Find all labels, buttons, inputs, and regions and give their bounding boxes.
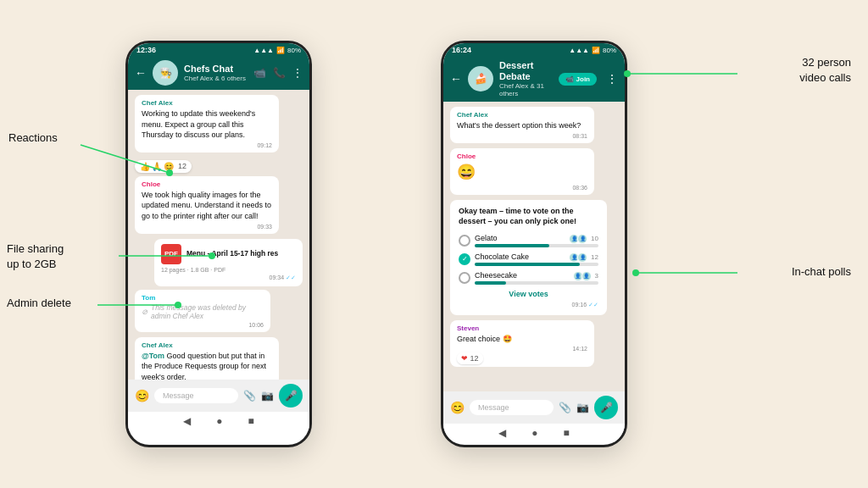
chat-sub-right: Chef Alex & 31 others: [499, 82, 553, 97]
square-nav-right[interactable]: ■: [564, 427, 570, 439]
poll-radio-chocolate[interactable]: [459, 253, 470, 265]
chat-name-left: Chefs Chat: [184, 64, 248, 75]
message-chef-alex: Chef Alex Working to update this weekend…: [135, 95, 279, 152]
header-info-left: Chefs Chat Chef Alex & 6 others: [184, 64, 248, 82]
poll-gelato-content: Gelato 👤 👤 10: [475, 234, 598, 247]
reactions-label: Reactions: [8, 131, 58, 144]
back-button-right[interactable]: ←: [450, 72, 462, 86]
file-message[interactable]: PDF Menu - April 15-17 high res 12 pages…: [154, 239, 303, 286]
heart-icon: ❤: [461, 354, 468, 363]
menu-icon-right[interactable]: ⋮: [606, 72, 618, 86]
input-bar-left: 😊 Message 📎 📷 🎤: [128, 380, 309, 412]
deleted-content: This message was deleted by admin Chef A…: [151, 303, 264, 320]
menu-icon[interactable]: ⋮: [292, 67, 303, 79]
home-nav-left[interactable]: ●: [216, 415, 222, 427]
in-chat-polls-label: In-chat polls: [792, 265, 851, 278]
poll-label-chocolate: Chocolate Cake: [475, 252, 529, 261]
sender-right-1: Chef Alex: [457, 111, 587, 119]
camera-icon-left[interactable]: 📷: [261, 390, 274, 402]
attach-icon-left[interactable]: 📎: [243, 390, 256, 402]
file-meta: 12 pages · 1.8 GB · PDF: [161, 267, 296, 273]
sender-chef-alex-2: Chef Alex: [142, 341, 272, 349]
message-input-right[interactable]: Message: [470, 400, 554, 415]
poll-radio-gelato[interactable]: [459, 235, 470, 247]
deleted-sender: Tom: [142, 294, 264, 302]
video-icon[interactable]: 📹: [253, 67, 266, 79]
message-right-1: Chef Alex What's the dessert option this…: [450, 107, 594, 143]
sender-steven: Steven: [457, 324, 587, 332]
call-icon[interactable]: 📞: [273, 67, 286, 79]
reaction-pray: 🙏: [152, 162, 162, 171]
back-nav-right[interactable]: ◀: [498, 427, 506, 439]
video-calls-text-2: video calls: [799, 70, 851, 86]
msg-text-steven: Great choice 🤩: [457, 334, 587, 345]
emoji-icon-right[interactable]: 😊: [450, 401, 465, 414]
join-button[interactable]: 📹 Join: [559, 73, 597, 86]
poll-option-gelato[interactable]: Gelato 👤 👤 10: [459, 234, 598, 247]
status-icons-left: ▲▲▲ 📶 80%: [253, 47, 301, 54]
join-label: Join: [576, 75, 590, 83]
bottom-nav-left: ◀ ● ■: [128, 412, 309, 430]
msg-time-1: 09:12: [142, 142, 272, 148]
phone-right: 16:24 ▲▲▲ 📶 80% ← 🍰 Dessert Debate Chef …: [441, 41, 627, 447]
heart-reaction[interactable]: ❤ 12: [457, 354, 587, 363]
home-nav-right[interactable]: ●: [531, 427, 537, 439]
bottom-nav-right: ◀ ● ■: [443, 424, 625, 442]
sender-right-chloe: Chloe: [457, 152, 587, 160]
chat-sub-left: Chef Alex & 6 others: [184, 75, 248, 82]
pdf-icon: PDF: [161, 244, 181, 264]
sender-chloe: Chloe: [142, 180, 272, 188]
video-join-icon: 📹: [565, 75, 574, 83]
poll-radio-cheesecake[interactable]: [459, 272, 470, 284]
view-votes-button[interactable]: View votes: [459, 290, 598, 298]
battery-left: 80%: [287, 47, 301, 54]
poll-count-cheesecake: 3: [595, 272, 598, 280]
poll-cheesecake-content: Cheesecake 👤 👤 3: [475, 271, 598, 285]
admin-delete-label: Admin delete: [7, 297, 71, 309]
poll-bar-fill-gelato: [475, 244, 549, 247]
attach-icon-right[interactable]: 📎: [559, 402, 571, 413]
msg-text-1: Working to update this weekend's menu. E…: [142, 108, 272, 141]
heart-count: 12: [470, 354, 479, 363]
tick-icon: ✓✓: [286, 274, 296, 280]
status-bar-left: 12:36 ▲▲▲ 📶 80%: [128, 43, 309, 56]
msg-time-right-chloe: 08:36: [457, 185, 587, 191]
mini-avatar-4: 👤: [577, 252, 587, 263]
status-time-right: 16:24: [452, 46, 471, 54]
message-steven: Steven Great choice 🤩 14:12 ❤ 12: [450, 320, 594, 368]
avatar-left: 👨‍🍳: [153, 60, 178, 86]
deleted-time: 10:06: [142, 322, 264, 328]
input-bar-right: 😊 Message 📎 📷 🎤: [443, 391, 625, 424]
msg-time-steven: 14:12: [457, 346, 587, 352]
back-button-left[interactable]: ←: [135, 66, 147, 80]
message-input-left[interactable]: Message: [154, 388, 238, 403]
camera-icon-right[interactable]: 📷: [576, 402, 589, 413]
mini-avatar-2: 👤: [577, 234, 587, 244]
poll-count-chocolate: 12: [591, 253, 598, 261]
poll-bar-bg-gelato: [475, 244, 598, 247]
poll-option-cheesecake[interactable]: Cheesecake 👤 👤 3: [459, 271, 598, 285]
poll-avatars-chocolate: 👤 👤 12: [569, 252, 598, 263]
signal-icon-r: ▲▲▲: [569, 47, 589, 54]
emoji-icon-left[interactable]: 😊: [135, 389, 149, 402]
reactions-row[interactable]: 👍 🙏 😊 12: [135, 160, 192, 173]
square-nav-left[interactable]: ■: [248, 415, 254, 427]
file-sharing-text-1: File sharing: [7, 241, 64, 257]
reaction-count: 12: [178, 162, 186, 170]
deleted-text: ⊘ This message was deleted by admin Chef…: [142, 303, 264, 320]
poll-option-chocolate[interactable]: Chocolate Cake 👤 👤 12: [459, 252, 598, 266]
status-bar-right: 16:24 ▲▲▲ 📶 80%: [443, 43, 625, 56]
mic-button-right[interactable]: 🎤: [594, 396, 618, 419]
reaction-thumbs: 👍: [140, 162, 150, 171]
file-time: 09:34 ✓✓: [161, 274, 296, 281]
avatar-right: 🍰: [468, 66, 493, 92]
status-time-left: 12:36: [136, 46, 156, 54]
file-name: Menu - April 15-17 high res: [186, 249, 278, 258]
file-sharing-label: File sharing up to 2GB: [7, 241, 64, 272]
back-nav-left[interactable]: ◀: [183, 415, 191, 427]
mic-button-left[interactable]: 🎤: [279, 384, 303, 408]
chat-body-right: Chef Alex What's the dessert option this…: [443, 102, 625, 424]
poll-count-gelato: 10: [591, 235, 598, 242]
file-sharing-text-2: up to 2GB: [7, 257, 64, 272]
mini-avatar-6: 👤: [581, 271, 592, 281]
